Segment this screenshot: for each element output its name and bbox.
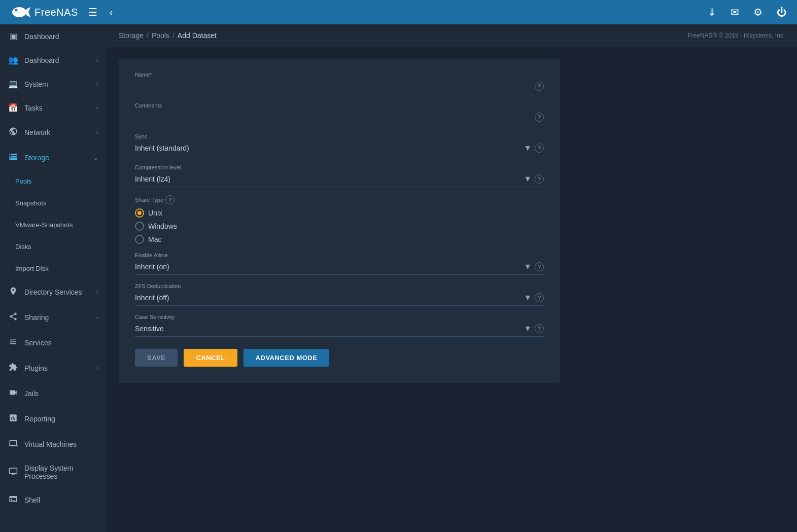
sidebar-item-disks[interactable]: Disks: [0, 236, 107, 258]
notification-icon[interactable]: ✉: [729, 4, 741, 20]
sidebar-item-jails[interactable]: Jails: [0, 381, 107, 406]
sidebar-item-reporting[interactable]: Reporting: [0, 406, 107, 432]
sidebar-item-pools[interactable]: Pools: [0, 170, 107, 192]
sidebar-item-dashboard[interactable]: ▣ Dashboard: [0, 24, 107, 48]
radio-unix[interactable]: Unix: [135, 208, 544, 218]
sidebar-item-storage[interactable]: Storage ⌄: [0, 145, 107, 170]
radio-mac[interactable]: Mac: [135, 235, 544, 244]
name-help-icon[interactable]: ?: [535, 82, 544, 91]
compression-arrow-icon: ▼: [524, 174, 532, 184]
sync-select[interactable]: Inherit (standard) ▼ ?: [135, 140, 544, 156]
sidebar-item-snapshots[interactable]: Snapshots: [0, 192, 107, 214]
compression-select-row: Compression level Inherit (lz4) ▼ ?: [135, 164, 544, 187]
sidebar-item-services[interactable]: Services: [0, 330, 107, 356]
name-field-group: Name* ?: [135, 72, 544, 94]
power-icon[interactable]: ⏻: [775, 5, 789, 20]
breadcrumb-sep-1: /: [147, 31, 149, 40]
radio-windows[interactable]: Windows: [135, 222, 544, 231]
share-type-label: Share Type ?: [135, 195, 544, 204]
enable-atime-label: Enable Atime: [135, 252, 544, 258]
cancel-button[interactable]: CANCEL: [184, 349, 237, 367]
network-icon: [8, 127, 18, 138]
radio-unix-circle: [135, 208, 144, 218]
laptop-icon: 💻: [8, 79, 18, 89]
compression-select[interactable]: Inherit (lz4) ▼ ?: [135, 171, 544, 187]
sidebar-label-disks: Disks: [15, 243, 98, 251]
name-input[interactable]: [135, 79, 531, 91]
sidebar-label-accounts: Dashboard: [24, 56, 90, 64]
plugins-arrow-icon: ›: [96, 365, 98, 372]
sidebar-item-directory-services[interactable]: Directory Services ›: [0, 279, 107, 305]
zfs-dedup-arrow-icon: ▼: [524, 293, 532, 302]
enable-atime-arrow-icon: ▼: [524, 262, 532, 271]
zfs-dedup-help-icon[interactable]: ?: [535, 293, 544, 302]
sidebar-item-network[interactable]: Network ›: [0, 120, 107, 145]
radio-mac-label: Mac: [148, 235, 161, 243]
sync-select-row: Sync Inherit (standard) ▼ ?: [135, 133, 544, 156]
comments-field-row: Comments ?: [135, 102, 544, 125]
main-content: Name* ? Comments ?: [107, 47, 797, 532]
share-type-help-icon[interactable]: ?: [165, 195, 175, 204]
breadcrumb-storage[interactable]: Storage: [119, 31, 144, 40]
case-sensitivity-select[interactable]: Sensitive ▼ ?: [135, 321, 544, 337]
sidebar-label-dashboard: Dashboard: [24, 32, 98, 41]
sidebar-label-shell: Shell: [24, 496, 98, 504]
sync-value: Inherit (standard): [135, 144, 189, 152]
sidebar-label-snapshots: Snapshots: [15, 199, 98, 207]
comments-input[interactable]: [135, 110, 531, 122]
main-layout: ▣ Dashboard 👥 Dashboard › 💻 System › 📅 T…: [0, 24, 797, 532]
breadcrumb-pools[interactable]: Pools: [152, 31, 169, 40]
share-type-radio-group: Unix Windows Mac: [135, 208, 544, 244]
sharing-arrow-icon: ›: [96, 314, 98, 321]
sidebar-item-tasks[interactable]: 📅 Tasks ›: [0, 96, 107, 120]
topbar-right: ⇓ ✉ ⚙ ⏻: [706, 4, 789, 20]
directory-arrow-icon: ›: [96, 289, 98, 296]
zfs-dedup-value: Inherit (off): [135, 294, 169, 302]
download-icon[interactable]: ⇓: [706, 4, 718, 20]
sidebar-item-vmware-snapshots[interactable]: VMware-Snapshots: [0, 214, 107, 236]
sidebar-item-shell[interactable]: Shell: [0, 487, 107, 513]
comments-help-icon[interactable]: ?: [535, 113, 544, 122]
tasks-arrow-icon: ›: [96, 104, 98, 112]
logo-text: FreeNAS: [34, 7, 78, 18]
sidebar-item-virtual-machines[interactable]: Virtual Machines: [0, 432, 107, 457]
enable-atime-select[interactable]: Inherit (on) ▼ ?: [135, 259, 544, 275]
sync-help-icon[interactable]: ?: [535, 144, 544, 153]
share-type-section: Share Type ? Unix Windows: [135, 195, 544, 244]
case-sensitivity-arrow-icon: ▼: [524, 324, 532, 333]
hamburger-menu-icon[interactable]: ☰: [86, 4, 99, 20]
svg-marker-1: [26, 7, 30, 17]
case-sensitivity-value: Sensitive: [135, 325, 164, 333]
form-buttons: SAVE CANCEL ADVANCED MODE: [135, 349, 544, 367]
sync-select-right: ▼ ?: [524, 144, 544, 153]
advanced-mode-button[interactable]: ADVANCED MODE: [244, 349, 330, 367]
camera-icon: [8, 388, 18, 399]
people-icon: 👥: [8, 55, 18, 65]
comments-field-container: Comments: [135, 102, 531, 122]
back-icon[interactable]: ‹: [108, 5, 115, 20]
sidebar-item-system[interactable]: 💻 System ›: [0, 72, 107, 96]
enable-atime-help-icon[interactable]: ?: [535, 262, 544, 271]
sidebar-item-display-system-processes[interactable]: Display System Processes: [0, 457, 107, 487]
sidebar-item-plugins[interactable]: Plugins ›: [0, 356, 107, 381]
settings-icon[interactable]: ⚙: [751, 4, 765, 20]
name-field-row: Name* ?: [135, 72, 544, 94]
directory-icon: [8, 287, 18, 298]
sidebar-item-sharing[interactable]: Sharing ›: [0, 305, 107, 330]
zfs-dedup-select[interactable]: Inherit (off) ▼ ?: [135, 290, 544, 306]
storage-arrow-icon: ⌄: [93, 154, 98, 161]
sidebar-item-accounts[interactable]: 👥 Dashboard ›: [0, 48, 107, 72]
compression-label: Compression level: [135, 164, 544, 170]
sidebar-label-display-system-processes: Display System Processes: [24, 464, 98, 480]
breadcrumb-current: Add Dataset: [178, 31, 217, 40]
sidebar-label-virtual-machines: Virtual Machines: [24, 440, 98, 448]
save-button[interactable]: SAVE: [135, 349, 178, 367]
case-sensitivity-help-icon[interactable]: ?: [535, 324, 544, 333]
sync-label: Sync: [135, 133, 544, 139]
sidebar-item-import-disk[interactable]: Import Disk: [0, 258, 107, 279]
form-card: Name* ? Comments ?: [119, 59, 560, 383]
enable-atime-select-right: ▼ ?: [524, 262, 544, 271]
zfs-dedup-select-right: ▼ ?: [524, 293, 544, 302]
compression-help-icon[interactable]: ?: [535, 174, 544, 184]
sidebar-label-pools: Pools: [15, 178, 98, 185]
